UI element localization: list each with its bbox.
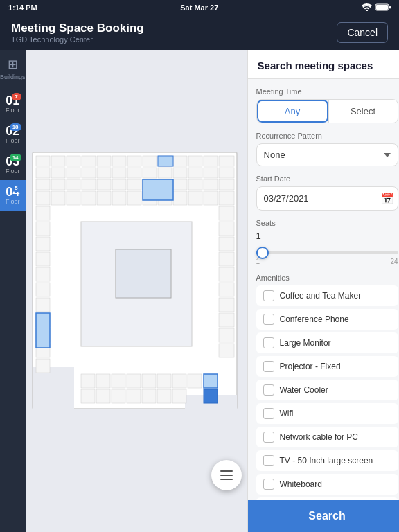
floor-01-badge: 7 [12, 93, 21, 100]
time-button-group: Any Select [256, 99, 398, 123]
seats-slider[interactable] [256, 251, 398, 254]
svg-rect-50 [36, 267, 50, 281]
floor-item-04[interactable]: 5 04 Floor [0, 180, 26, 211]
calendar-icon[interactable]: 📅 [380, 192, 394, 205]
svg-rect-102 [220, 475, 233, 476]
status-icons [362, 3, 391, 12]
amenity-projector-fixed[interactable]: Projector - Fixed [256, 356, 398, 377]
amenity-wifi-checkbox[interactable] [263, 408, 274, 419]
svg-rect-29 [188, 168, 202, 178]
start-date-input[interactable] [264, 193, 380, 204]
svg-rect-95 [116, 249, 171, 298]
floor-03-badge: 14 [10, 154, 21, 161]
amenity-conference-phone[interactable]: Conference Phone [256, 309, 398, 330]
amenity-water-cooler[interactable]: Water Cooler [256, 380, 398, 400]
svg-rect-86 [188, 374, 202, 388]
cancel-button[interactable]: Cancel [337, 22, 388, 43]
app-subtitle: TGD Technology Center [11, 35, 144, 44]
svg-rect-24 [112, 168, 126, 178]
svg-rect-85 [172, 374, 186, 388]
any-time-button[interactable]: Any [257, 100, 328, 123]
amenity-coffee[interactable]: Coffee and Tea Maker [256, 285, 398, 306]
floor-02-label: Floor [0, 137, 26, 144]
svg-rect-23 [97, 168, 111, 178]
map-area[interactable] [26, 50, 247, 532]
menu-fab-button[interactable] [211, 460, 242, 490]
svg-rect-96 [143, 179, 173, 200]
svg-rect-49 [36, 252, 50, 266]
slider-section: 1 1 24 [256, 231, 398, 265]
amenity-network-cable-checkbox[interactable] [263, 432, 274, 443]
svg-rect-11 [112, 156, 126, 166]
select-time-button[interactable]: Select [328, 100, 398, 123]
buildings-label: Buildings [0, 73, 26, 80]
amenity-tv[interactable]: TV - 50 Inch large screen [256, 450, 398, 471]
amenity-tv-checkbox[interactable] [263, 455, 274, 466]
svg-rect-60 [219, 237, 234, 251]
amenity-large-monitor[interactable]: Large Monitor [256, 332, 398, 353]
svg-rect-78 [204, 191, 218, 205]
svg-rect-48 [36, 237, 50, 251]
svg-rect-61 [219, 252, 234, 266]
svg-rect-100 [36, 313, 50, 348]
start-date-label: Start Date [256, 175, 398, 183]
svg-rect-99 [204, 374, 218, 388]
floor-04-label: Floor [0, 198, 26, 205]
svg-rect-36 [97, 179, 111, 190]
recurrence-label: Recurrence Pattern [256, 132, 398, 140]
svg-rect-92 [157, 389, 171, 403]
svg-rect-64 [219, 298, 234, 312]
amenity-whiteboard-checkbox[interactable] [263, 479, 274, 490]
svg-rect-34 [66, 179, 80, 190]
slider-range: 1 24 [256, 258, 398, 265]
header-text: Meeting Space Booking TGD Technology Cen… [11, 21, 144, 44]
svg-rect-6 [36, 156, 50, 166]
svg-rect-41 [173, 179, 187, 190]
amenity-conference-phone-label: Conference Phone [280, 314, 349, 324]
svg-rect-30 [204, 168, 218, 178]
svg-rect-68 [51, 191, 65, 205]
svg-rect-82 [127, 374, 141, 388]
svg-rect-72 [112, 191, 126, 205]
svg-rect-1 [389, 6, 391, 8]
floor-item-03[interactable]: 14 03 Floor [0, 150, 26, 180]
svg-rect-56 [36, 359, 50, 373]
svg-rect-46 [36, 206, 50, 220]
svg-rect-80 [96, 374, 110, 388]
right-panel-header: Search meeting spaces [248, 50, 399, 79]
status-bar: 1:14 PM Sat Mar 27 [0, 0, 399, 15]
amenity-projector-fixed-checkbox[interactable] [263, 361, 274, 372]
svg-rect-18 [219, 156, 234, 166]
floor-plan[interactable] [26, 145, 247, 436]
app-header: Meeting Space Booking TGD Technology Cen… [0, 15, 399, 50]
svg-rect-65 [219, 313, 234, 327]
amenity-large-monitor-checkbox[interactable] [263, 337, 274, 348]
svg-rect-70 [82, 191, 96, 205]
svg-rect-8 [66, 156, 80, 166]
floor-item-01[interactable]: 7 01 Floor [0, 89, 26, 119]
svg-rect-66 [219, 328, 234, 342]
amenity-network-cable[interactable]: Network cable for PC [256, 427, 398, 447]
right-panel: Search meeting spaces Meeting Time Any S… [247, 50, 399, 532]
amenity-water-cooler-checkbox[interactable] [263, 384, 274, 396]
svg-rect-57 [219, 191, 234, 205]
svg-rect-33 [51, 179, 65, 190]
status-time: 1:14 PM [8, 3, 37, 12]
amenity-coffee-checkbox[interactable] [263, 290, 274, 301]
svg-rect-7 [51, 156, 65, 166]
amenity-wifi[interactable]: Wifi [256, 403, 398, 424]
sidebar: ⊞ Buildings 7 01 Floor 18 02 Floor 14 03… [0, 50, 26, 532]
slider-min: 1 [256, 258, 260, 265]
floor-item-02[interactable]: 18 02 Floor [0, 119, 26, 150]
seats-label: Seats [256, 219, 398, 227]
svg-rect-21 [66, 168, 80, 178]
amenity-conference-phone-checkbox[interactable] [263, 314, 274, 325]
search-button[interactable]: Search [248, 500, 399, 532]
amenity-whiteboard[interactable]: Whiteboard [256, 474, 398, 495]
buildings-icon: ⊞ [8, 57, 18, 72]
slider-max: 24 [390, 258, 398, 265]
svg-rect-79 [81, 374, 95, 388]
svg-rect-67 [219, 344, 234, 357]
recurrence-select[interactable]: None Daily Weekly Monthly [256, 143, 398, 166]
recurrence-section: Recurrence Pattern None Daily Weekly Mon… [256, 132, 398, 166]
